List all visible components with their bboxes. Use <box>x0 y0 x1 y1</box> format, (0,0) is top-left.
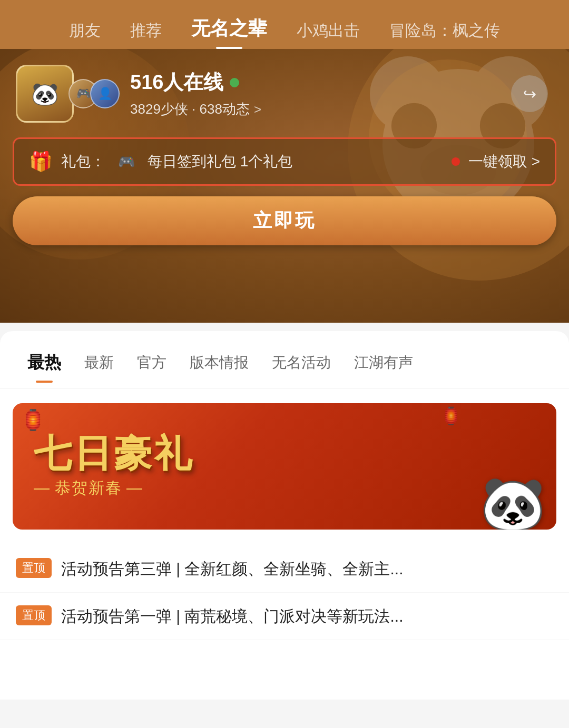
post-item[interactable]: 置顶 活动预告第三弹 | 全新红颜、全新坐骑、全新主... <box>0 545 569 593</box>
tab-latest[interactable]: 最新 <box>73 348 125 381</box>
stats-arrow: > <box>254 102 261 117</box>
gift-desc: 每日签到礼包 1个礼包 <box>148 152 440 172</box>
content-area: 最热 最新 官方 版本情报 无名活动 江湖有声 🏮 🏮 七日豪礼 恭贺新春 🐼 … <box>0 331 569 700</box>
post-title-2: 活动预告第一弹 | 南荒秘境、门派对决等新玩法... <box>61 604 553 628</box>
nav-item-chicken[interactable]: 小鸡出击 <box>282 14 375 49</box>
nav-item-adventure[interactable]: 冒险岛：枫之传 <box>375 14 515 49</box>
mini-avatar-2: 👤 <box>90 79 120 108</box>
game-stats[interactable]: 3829少侠 · 638动态 > <box>130 100 501 118</box>
gift-icon: 🎁 <box>29 151 53 173</box>
tab-activities[interactable]: 无名活动 <box>260 348 342 381</box>
lantern-left-icon: 🏮 <box>21 408 45 432</box>
nav-item-friends[interactable]: 朋友 <box>54 14 115 49</box>
banner-content: 🏮 🏮 七日豪礼 恭贺新春 <box>13 403 556 530</box>
stats-text: 3829少侠 · 638动态 <box>130 100 250 118</box>
content-tabs: 最热 最新 官方 版本情报 无名活动 江湖有声 <box>0 331 569 388</box>
gift-claim-button[interactable]: 一键领取 > <box>468 152 540 172</box>
post-item[interactable]: 置顶 活动预告第一弹 | 南荒秘境、门派对决等新玩法... <box>0 593 569 640</box>
gift-label: 礼包： <box>61 152 105 172</box>
gift-bar[interactable]: 🎁 礼包： 🎮 每日签到礼包 1个礼包 一键领取 > <box>13 137 556 186</box>
mini-avatars: 🎮 👤 <box>68 79 120 108</box>
post-badge-2: 置顶 <box>16 605 52 625</box>
tab-official[interactable]: 官方 <box>125 348 178 381</box>
gift-game-icon: 🎮 <box>118 154 135 170</box>
hero-area: 🐼 🎮 👤 516人在线 3829少侠 · 638动态 > ↪ 🎁 礼包： <box>0 49 569 323</box>
game-info-row: 🐼 🎮 👤 516人在线 3829少侠 · 638动态 > ↪ <box>0 49 569 128</box>
share-icon: ↪ <box>523 85 536 103</box>
nav-item-recommend[interactable]: 推荐 <box>115 14 176 49</box>
nav-item-active[interactable]: 无名之辈 <box>176 9 282 49</box>
lantern-right-icon: 🏮 <box>440 406 462 426</box>
game-title: 516人在线 <box>130 69 223 96</box>
top-navigation: 朋友 推荐 无名之辈 小鸡出击 冒险岛：枫之传 <box>0 0 569 49</box>
avatar-group: 🐼 🎮 👤 <box>16 65 120 123</box>
post-list: 置顶 活动预告第三弹 | 全新红颜、全新坐骑、全新主... 置顶 活动预告第一弹… <box>0 540 569 645</box>
gift-notification-dot <box>452 157 460 166</box>
post-badge-1: 置顶 <box>16 558 52 578</box>
tab-hottest[interactable]: 最热 <box>16 347 73 383</box>
game-avatar: 🐼 <box>16 65 74 123</box>
tab-version-info[interactable]: 版本情报 <box>178 348 260 381</box>
game-meta: 516人在线 3829少侠 · 638动态 > <box>130 69 501 118</box>
banner-subtitle: 恭贺新春 <box>34 477 535 499</box>
event-banner[interactable]: 🏮 🏮 七日豪礼 恭贺新春 🐼 <box>13 403 556 530</box>
share-button[interactable]: ↪ <box>511 75 548 112</box>
banner-title: 七日豪礼 <box>34 434 535 472</box>
play-button[interactable]: 立即玩 <box>13 196 556 245</box>
online-indicator <box>230 78 239 87</box>
post-title-1: 活动预告第三弹 | 全新红颜、全新坐骑、全新主... <box>61 557 553 581</box>
avatar-panda-icon: 🐼 <box>17 66 72 121</box>
banner-panda-icon: 🐼 <box>480 477 546 530</box>
tab-jianghu[interactable]: 江湖有声 <box>342 348 425 381</box>
game-title-row: 516人在线 <box>130 69 501 96</box>
play-button-label: 立即玩 <box>253 210 316 231</box>
